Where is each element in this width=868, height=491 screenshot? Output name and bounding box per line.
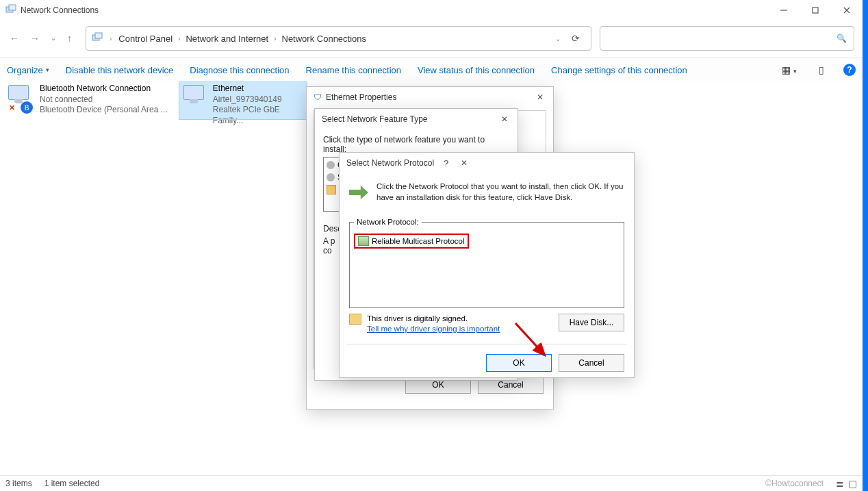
protocol-item-selected[interactable]: Reliable Multicast Protocol <box>354 234 469 249</box>
conn-status: Airtel_9973940149 <box>213 95 305 105</box>
address-bar[interactable]: › Control Panel › Network and Internet ›… <box>86 26 591 51</box>
have-disk-button[interactable]: Have Disk... <box>559 314 624 331</box>
conn-name: Ethernet <box>213 84 305 95</box>
disable-device-button[interactable]: Disable this network device <box>66 65 174 75</box>
refresh-button[interactable]: ⟳ <box>566 33 585 44</box>
conn-device: Realtek PCIe GbE Family... <box>213 105 305 126</box>
help-icon[interactable]: ? <box>843 64 856 76</box>
signed-text: This driver is digitally signed. <box>367 314 500 324</box>
window-right-edge <box>863 0 868 491</box>
svg-rect-1 <box>9 5 16 10</box>
recent-button[interactable]: ⌄ <box>51 35 56 42</box>
crumb-control-panel[interactable]: Control Panel <box>118 34 173 44</box>
select-network-protocol-dialog: Select Network Protocol ? ✕ Click the Ne… <box>339 152 635 378</box>
minimize-button[interactable] <box>768 1 800 20</box>
close-icon[interactable]: ✕ <box>498 114 511 124</box>
view-status-button[interactable]: View status of this connection <box>418 65 535 75</box>
instruction-text: Click the Network Protocol that you want… <box>376 181 624 203</box>
search-icon: 🔍 <box>837 34 847 43</box>
rename-button[interactable]: Rename this connection <box>306 65 401 75</box>
title-bar: Network Connections <box>0 0 863 21</box>
conn-name: Bluetooth Network Connection <box>40 84 168 95</box>
conn-status: Not connected <box>40 95 168 105</box>
client-icon <box>327 161 335 169</box>
bluetooth-icon: B <box>21 101 33 114</box>
close-icon[interactable]: ✕ <box>458 158 470 168</box>
dlg-title-text: Select Network Feature Type <box>322 114 428 124</box>
addr-dropdown-icon[interactable]: ⌄ <box>555 35 561 42</box>
protocol-listbox[interactable]: Network Protocol: Reliable Multicast Pro… <box>349 222 624 308</box>
view-mode-icon[interactable]: ▦ ▾ <box>779 64 800 75</box>
ok-button[interactable]: OK <box>486 354 552 372</box>
close-button[interactable] <box>831 1 863 20</box>
app-icon <box>5 4 16 17</box>
up-button[interactable]: ↑ <box>67 34 72 43</box>
close-icon[interactable]: ✕ <box>534 92 546 102</box>
group-label: Network Protocol: <box>354 218 422 226</box>
disconnected-icon: ✕ <box>5 101 18 114</box>
protocol-item-icon <box>358 236 369 246</box>
search-box[interactable]: 🔍 <box>600 26 854 51</box>
breadcrumb: Control Panel › Network and Internet › N… <box>118 34 550 44</box>
chevron-right-icon: › <box>108 35 113 42</box>
dlg-title-text: Select Network Protocol <box>346 158 434 168</box>
dlg-title-text: Ethernet Properties <box>326 92 396 102</box>
change-settings-button[interactable]: Change settings of this connection <box>551 65 687 75</box>
connection-ethernet[interactable]: Ethernet Airtel_9973940149 Realtek PCIe … <box>179 82 307 119</box>
connection-icon <box>181 84 209 114</box>
nav-arrows: ← → ⌄ ↑ <box>4 34 77 43</box>
maximize-button[interactable] <box>800 1 831 20</box>
status-bar: 3 items 1 item selected ©Howtoconnect ≣ … <box>0 475 863 491</box>
signing-link[interactable]: Tell me why driver signing is important <box>367 325 500 333</box>
svg-rect-7 <box>95 33 102 38</box>
large-view-icon[interactable]: ▢ <box>848 478 857 489</box>
address-row: ← → ⌄ ↑ › Control Panel › Network and In… <box>4 26 854 51</box>
diagnose-button[interactable]: Diagnose this connection <box>190 65 289 75</box>
shield-icon: 🛡 <box>314 92 322 102</box>
status-selected: 1 item selected <box>44 479 100 488</box>
preview-pane-icon[interactable]: ▯ <box>816 64 827 75</box>
forward-button[interactable]: → <box>30 34 40 43</box>
status-items: 3 items <box>5 479 32 488</box>
chevron-right-icon: › <box>272 35 277 42</box>
brand-label: ©Howtoconnect <box>765 479 824 488</box>
help-icon[interactable]: ? <box>438 158 454 168</box>
window-title: Network Connections <box>21 5 768 15</box>
connection-bluetooth[interactable]: ✕ B Bluetooth Network Connection Not con… <box>4 82 178 119</box>
conn-device: Bluetooth Device (Personal Area ... <box>40 105 168 116</box>
back-button[interactable]: ← <box>10 34 19 43</box>
instruction-text: Click the type of network feature you wa… <box>315 129 518 154</box>
cancel-button[interactable]: Cancel <box>559 354 624 372</box>
details-view-icon[interactable]: ≣ <box>836 478 844 489</box>
protocol-icon <box>327 185 336 194</box>
certificate-icon <box>349 314 361 325</box>
command-bar: Organize ▾ Disable this network device D… <box>0 58 863 82</box>
organize-button[interactable]: Organize ▾ <box>7 65 49 75</box>
service-icon <box>327 173 335 181</box>
chevron-right-icon: › <box>177 35 181 42</box>
install-arrow-icon <box>349 186 368 199</box>
crumb-network-internet[interactable]: Network and Internet <box>186 34 268 44</box>
location-icon <box>92 32 103 45</box>
crumb-network-connections[interactable]: Network Connections <box>282 34 367 44</box>
svg-rect-3 <box>813 8 818 13</box>
connection-icon: ✕ B <box>5 84 36 114</box>
